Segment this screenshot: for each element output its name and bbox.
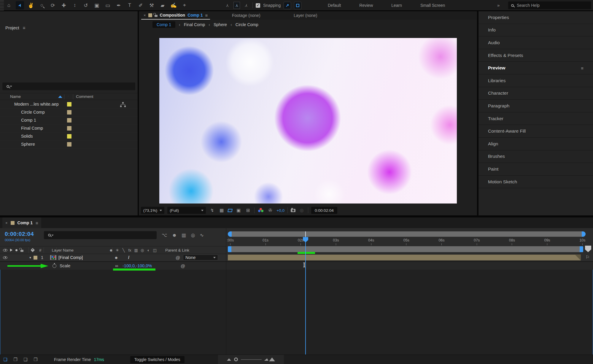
show-snapshot-icon[interactable]: ◎ xyxy=(298,208,305,213)
layer-visibility-eye-icon[interactable] xyxy=(3,256,7,259)
property-pick-whip-icon[interactable]: @ xyxy=(181,263,185,268)
pan-camera-tool[interactable]: ✚ xyxy=(60,1,68,9)
hand-tool[interactable]: ✌ xyxy=(27,1,35,9)
dock-panel-item[interactable]: Info ≡ xyxy=(478,24,593,37)
column-index[interactable]: # xyxy=(39,248,42,252)
dock-panel-item[interactable]: Align ≡ xyxy=(478,138,593,150)
resolution-dropdown[interactable]: (Full) xyxy=(167,207,206,214)
property-name[interactable]: Scale xyxy=(60,263,70,268)
expand-transfer-controls-icon[interactable]: ❐ xyxy=(12,357,18,362)
workspace-item[interactable]: Review xyxy=(359,3,373,8)
motion-blur-icon[interactable]: ◎ xyxy=(191,232,195,238)
threed-layer-icon[interactable]: ◫ xyxy=(152,248,158,252)
world-axis-mode-icon[interactable]: Y xyxy=(233,2,240,9)
pen-tool[interactable]: ✒ xyxy=(115,1,123,9)
breadcrumb-item[interactable]: Final Comp xyxy=(184,22,205,27)
scale-value[interactable]: -100,0,-100,0% xyxy=(123,263,152,268)
dock-panel-item[interactable]: Properties ≡ xyxy=(478,11,593,24)
region-of-interest-icon[interactable] xyxy=(228,209,233,212)
selection-tool[interactable]: ➤ xyxy=(16,1,24,9)
dock-panel-item[interactable]: Tracker ≡ xyxy=(478,112,593,125)
playhead-line[interactable] xyxy=(305,237,306,355)
column-parent-link[interactable]: Parent & Link xyxy=(165,248,189,252)
shy-column-icon[interactable]: ☻ xyxy=(108,248,114,252)
workspace-item[interactable]: Default xyxy=(328,3,341,8)
dolly-camera-tool[interactable]: ↕ xyxy=(71,1,79,9)
guides-options-icon[interactable]: ▣ xyxy=(235,208,242,213)
lock-column-icon[interactable] xyxy=(20,250,23,252)
work-area-bar[interactable] xyxy=(228,246,583,252)
mini-flowchart-icon[interactable]: ⌥ xyxy=(162,232,167,238)
tab-layer[interactable]: Layer (none) xyxy=(294,13,317,18)
snap-beyond-edges-icon[interactable] xyxy=(294,2,301,9)
project-search-input[interactable] xyxy=(2,82,135,90)
exposure-value[interactable]: +0,0 xyxy=(276,208,284,213)
fast-preview-icon[interactable]: ↯ xyxy=(209,208,215,213)
project-item-label[interactable]: Modern ...les white.aep xyxy=(14,102,59,107)
panel-menu-icon[interactable]: ≡ xyxy=(205,13,208,18)
layer-color-swatch[interactable] xyxy=(34,256,37,260)
dock-panel-item[interactable]: Paint ≡ xyxy=(478,163,593,176)
dimension-link-icon[interactable]: ∞ xyxy=(115,263,118,268)
tab-footage[interactable]: Footage (none) xyxy=(232,13,260,18)
workspace-overflow-chevron[interactable]: » xyxy=(497,3,500,8)
magnification-dropdown[interactable]: (73,1%) xyxy=(141,207,164,214)
local-axis-mode-icon[interactable]: Y xyxy=(224,2,230,9)
label-color-swatch[interactable] xyxy=(67,142,71,147)
view-axis-mode-icon[interactable]: Y xyxy=(242,2,250,9)
zoom-out-mountain-icon[interactable] xyxy=(227,358,231,361)
column-comment[interactable]: Comment xyxy=(76,94,93,99)
camera-tool[interactable]: ▣ xyxy=(93,1,101,9)
breadcrumb-item[interactable]: Comp 1 xyxy=(152,21,175,28)
audio-column-speaker-icon[interactable] xyxy=(10,249,12,252)
shy-layers-icon[interactable]: ☻ xyxy=(172,233,177,238)
layer-duration-bar[interactable] xyxy=(228,255,581,260)
rotation-tool[interactable]: ↺ xyxy=(82,1,90,9)
collapse-transformations-icon[interactable]: ✳ xyxy=(114,248,120,252)
comp-marker-bin-icon[interactable] xyxy=(585,246,591,252)
eraser-tool[interactable]: ▰ xyxy=(158,1,167,9)
home-icon[interactable]: ⌂ xyxy=(5,1,13,9)
solo-column-icon[interactable] xyxy=(15,249,18,251)
project-item-row[interactable]: Final Comp xyxy=(0,124,138,132)
project-item-label[interactable]: Solids xyxy=(21,134,33,139)
video-column-eye-icon[interactable] xyxy=(3,249,7,252)
project-item-label[interactable]: Sphere xyxy=(21,142,35,147)
workspace-item[interactable]: Learn xyxy=(391,3,402,8)
column-name[interactable]: Name xyxy=(10,94,21,99)
time-navigator-bar[interactable] xyxy=(228,231,586,237)
view-layout-icon[interactable]: ⊞ xyxy=(245,208,251,213)
zoom-slider-track[interactable] xyxy=(241,359,262,360)
effects-icon[interactable]: fx xyxy=(127,248,133,252)
toggle-switches-modes-button[interactable]: Toggle Switches / Modes xyxy=(130,356,185,363)
dock-panel-item[interactable]: Preview ≡ xyxy=(478,62,593,74)
panel-menu-icon[interactable]: ≡ xyxy=(23,25,26,30)
project-item-label[interactable]: Circle Comp xyxy=(21,110,45,115)
project-item-row[interactable]: Sphere xyxy=(0,140,138,148)
layer-expand-chevron-icon[interactable]: ▾ xyxy=(28,256,32,260)
marker-bin-icon[interactable]: ⚐ xyxy=(586,255,589,260)
unlock-icon[interactable] xyxy=(155,15,158,17)
label-color-swatch[interactable] xyxy=(67,110,71,115)
expand-inout-icon[interactable]: ❑ xyxy=(23,357,28,362)
dock-panel-item[interactable]: Audio ≡ xyxy=(478,36,593,49)
dock-panel-item[interactable]: Motion Sketch ≡ xyxy=(478,176,593,188)
breadcrumb-item[interactable]: Circle Comp xyxy=(236,22,258,27)
panel-menu-icon[interactable]: ≡ xyxy=(581,66,584,71)
timeline-search-input[interactable] xyxy=(44,231,157,239)
project-item-row[interactable]: Circle Comp xyxy=(0,108,138,116)
adjustment-layer-icon[interactable]: ◐ xyxy=(145,248,152,252)
sort-ascending-icon[interactable] xyxy=(58,96,62,98)
dock-panel-item[interactable]: Libraries ≡ xyxy=(478,74,593,87)
zoom-slider-knob[interactable] xyxy=(234,357,238,361)
channels-icon[interactable] xyxy=(257,208,264,213)
dock-panel-item[interactable]: Brushes ≡ xyxy=(478,150,593,163)
layer-name[interactable]: [Final Comp] xyxy=(58,255,83,260)
graph-editor-icon[interactable]: ∿ xyxy=(200,232,204,238)
time-ruler[interactable]: :00s01s02s03s04s05s06s07s08s09s10s xyxy=(213,238,593,245)
dock-panel-item[interactable]: Character ≡ xyxy=(478,87,593,100)
motion-blur-column-icon[interactable]: ◎ xyxy=(139,248,145,252)
toolbar-grip[interactable] xyxy=(0,0,4,11)
quality-icon[interactable]: ╲ xyxy=(120,248,127,252)
close-icon[interactable]: × xyxy=(5,221,8,225)
